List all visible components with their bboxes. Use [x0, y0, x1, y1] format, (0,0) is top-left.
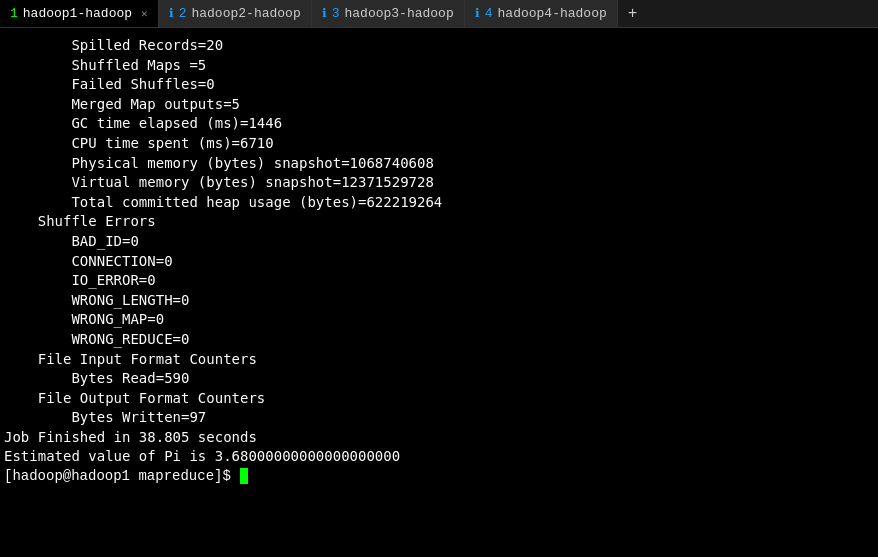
tab-hadoop2[interactable]: ℹ 2 hadoop2-hadoop [159, 0, 312, 27]
tab1-close-icon[interactable]: ✕ [141, 7, 148, 20]
terminal-prompt: [hadoop@hadoop1 mapreduce]$ [4, 468, 239, 484]
terminal-prompt-line: [hadoop@hadoop1 mapreduce]$ [4, 467, 874, 487]
tab3-number: 3 [332, 6, 340, 21]
terminal-content: Spilled Records=20 Shuffled Maps =5 Fail… [4, 36, 874, 467]
tab-hadoop1[interactable]: 1 hadoop1-hadoop ✕ [0, 0, 159, 27]
terminal-output: Spilled Records=20 Shuffled Maps =5 Fail… [0, 28, 878, 557]
terminal-cursor [240, 468, 248, 484]
tab-bar: 1 hadoop1-hadoop ✕ ℹ 2 hadoop2-hadoop ℹ … [0, 0, 878, 28]
tab3-label: hadoop3-hadoop [345, 6, 454, 21]
tab2-info-icon: ℹ [169, 6, 174, 21]
tab-hadoop4[interactable]: ℹ 4 hadoop4-hadoop [465, 0, 618, 27]
tab4-number: 4 [485, 6, 493, 21]
tab2-label: hadoop2-hadoop [191, 6, 300, 21]
tab-hadoop3[interactable]: ℹ 3 hadoop3-hadoop [312, 0, 465, 27]
tab2-number: 2 [179, 6, 187, 21]
tab3-info-icon: ℹ [322, 6, 327, 21]
tab1-label: hadoop1-hadoop [23, 6, 132, 21]
tab1-number: 1 [10, 6, 18, 21]
tab4-label: hadoop4-hadoop [498, 6, 607, 21]
tab4-info-icon: ℹ [475, 6, 480, 21]
add-tab-button[interactable]: + [618, 0, 648, 27]
